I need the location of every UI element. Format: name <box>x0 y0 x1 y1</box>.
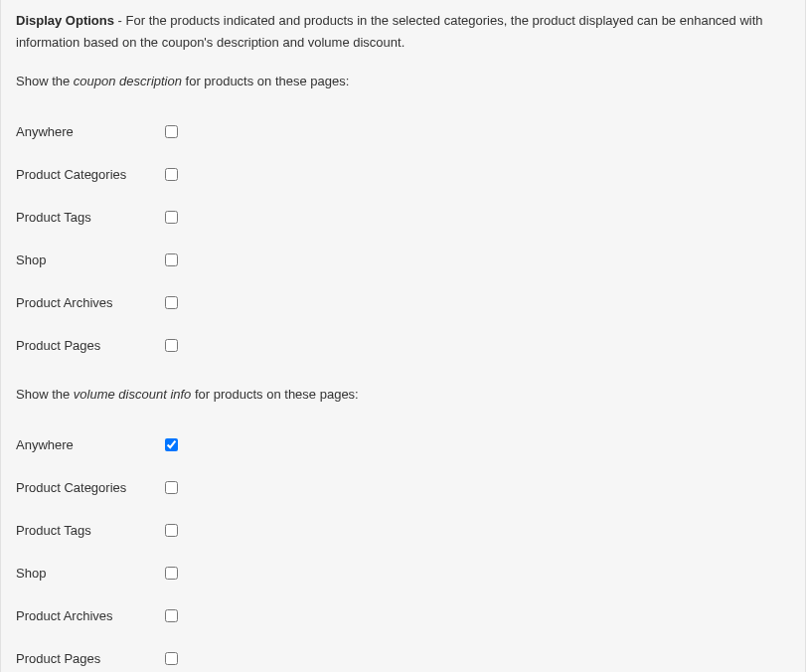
option-row-cd-anywhere: Anywhere <box>16 110 790 153</box>
checkbox-cd-product-pages[interactable] <box>165 339 178 352</box>
option-row-vd-product-pages: Product Pages <box>16 637 790 672</box>
option-row-cd-product-categories: Product Categories <box>16 153 790 196</box>
label-cd-product-archives: Product Archives <box>16 295 165 310</box>
display-options-title: Display Options <box>16 13 114 28</box>
prompt-emphasis: coupon description <box>74 74 182 88</box>
checkbox-vd-product-tags[interactable] <box>165 524 178 537</box>
label-cd-product-categories: Product Categories <box>16 167 165 182</box>
option-row-vd-product-tags: Product Tags <box>16 509 790 552</box>
prompt-prefix: Show the <box>16 74 74 88</box>
checkbox-vd-shop[interactable] <box>165 567 178 580</box>
checkbox-cd-anywhere[interactable] <box>165 125 178 138</box>
option-row-cd-product-pages: Product Pages <box>16 324 790 367</box>
checkbox-vd-product-pages[interactable] <box>165 652 178 665</box>
prompt-suffix: for products on these pages: <box>182 74 349 88</box>
label-vd-product-tags: Product Tags <box>16 523 165 538</box>
label-cd-anywhere: Anywhere <box>16 124 165 139</box>
prompt-suffix: for products on these pages: <box>191 387 358 402</box>
option-row-vd-product-archives: Product Archives <box>16 594 790 637</box>
checkbox-vd-product-categories[interactable] <box>165 481 178 494</box>
volume-discount-prompt: Show the volume discount info for produc… <box>16 385 790 406</box>
option-row-vd-product-categories: Product Categories <box>16 466 790 509</box>
label-vd-shop: Shop <box>16 566 165 581</box>
display-options-panel: Display Options - For the products indic… <box>0 0 806 672</box>
checkbox-cd-product-tags[interactable] <box>165 211 178 224</box>
description-separator: - <box>114 13 126 28</box>
display-options-description: Display Options - For the products indic… <box>16 10 790 54</box>
checkbox-cd-product-categories[interactable] <box>165 168 178 181</box>
description-text: For the products indicated and products … <box>16 13 763 50</box>
label-vd-product-archives: Product Archives <box>16 608 165 623</box>
prompt-prefix: Show the <box>16 387 74 402</box>
option-row-cd-product-archives: Product Archives <box>16 281 790 324</box>
label-vd-product-pages: Product Pages <box>16 651 165 666</box>
option-row-vd-shop: Shop <box>16 552 790 594</box>
coupon-description-prompt: Show the coupon description for products… <box>16 72 790 92</box>
label-cd-shop: Shop <box>16 252 165 267</box>
label-vd-anywhere: Anywhere <box>16 437 165 452</box>
label-vd-product-categories: Product Categories <box>16 480 165 495</box>
option-row-cd-product-tags: Product Tags <box>16 196 790 239</box>
prompt-emphasis: volume discount info <box>74 387 192 402</box>
checkbox-cd-product-archives[interactable] <box>165 296 178 309</box>
checkbox-vd-product-archives[interactable] <box>165 609 178 622</box>
label-cd-product-pages: Product Pages <box>16 338 165 353</box>
label-cd-product-tags: Product Tags <box>16 210 165 225</box>
option-row-vd-anywhere: Anywhere <box>16 423 790 466</box>
checkbox-cd-shop[interactable] <box>165 253 178 266</box>
option-row-cd-shop: Shop <box>16 239 790 281</box>
checkbox-vd-anywhere[interactable] <box>165 438 178 451</box>
